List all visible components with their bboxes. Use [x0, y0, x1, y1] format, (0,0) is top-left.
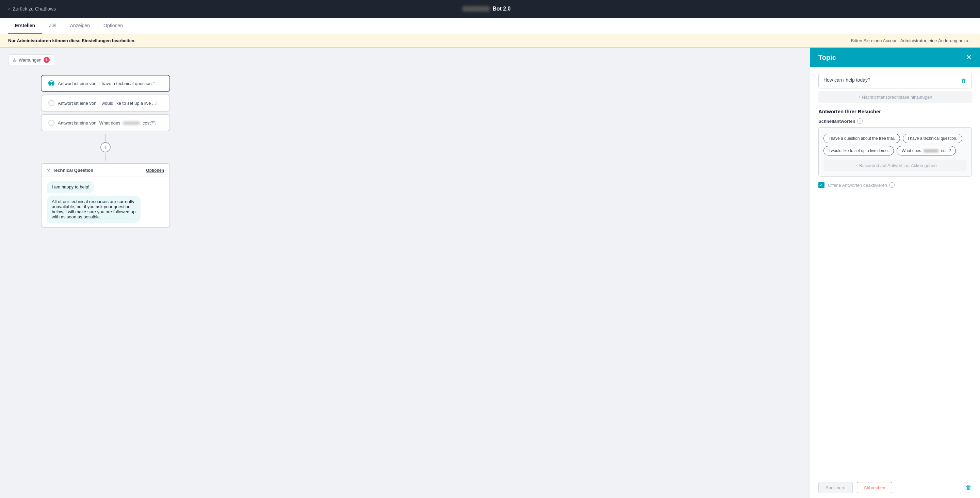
warning-bold-text: Nur Administratoren können diese Einstel… — [8, 38, 135, 43]
warnings-label: Warnungen — [19, 57, 41, 63]
warnings-count: 1 — [43, 57, 50, 63]
visitor-answers-section: Antworten Ihrer Besucher Schnellantworte… — [818, 108, 972, 188]
panel-close-button[interactable]: ✕ — [966, 53, 972, 62]
flow-container: Antwort ist eine von "I have a technical… — [41, 75, 170, 228]
question-icon: ? — [47, 167, 50, 173]
message-input-area[interactable]: How can i help today? 🗑 — [818, 73, 972, 88]
cancel-button[interactable]: Abbrechen — [857, 482, 892, 493]
bot-title: Bot 2.0 — [463, 6, 511, 12]
footer-delete-icon[interactable]: 🗑 — [966, 484, 972, 491]
footer-buttons: Speichern Abbrechen — [818, 482, 892, 493]
main-layout: ⚠ Warnungen 1 Antwort ist eine von "I ha… — [0, 48, 980, 498]
topic-node-title: Technical Question — [53, 168, 93, 173]
quick-reply-chip-3[interactable]: I would like to set up a live demo. — [824, 146, 894, 156]
quick-reply-chip-4[interactable]: What does cost? — [897, 146, 956, 156]
chip-1-text: I have a question about the free trial. — [829, 136, 895, 141]
radio-3 — [48, 120, 54, 126]
answer-node-1-text: Antwort ist eine von "I have a technical… — [58, 81, 156, 86]
answer-node-3[interactable]: Antwort ist eine von "What does cost?". — [41, 114, 170, 131]
connector-line-2 — [105, 154, 106, 161]
topic-node[interactable]: ? Technical Question Optionen I am happy… — [41, 163, 170, 228]
chat-bubble-2: All of our technical resources are curre… — [47, 196, 140, 223]
top-nav: ‹ Zurück zu Chatflows Bot 2.0 — [0, 0, 980, 18]
goto-action-button[interactable]: → Basierend auf Antwort zur Aktion gehen — [824, 159, 967, 172]
tab-anzeigen[interactable]: Anzeigen — [63, 18, 97, 34]
open-answers-label: Offene Antworten deaktivieren i — [828, 182, 894, 188]
open-answers-checkbox[interactable]: ✓ — [818, 182, 824, 188]
warnings-button[interactable]: ⚠ Warnungen 1 — [8, 54, 54, 65]
panel-footer: Speichern Abbrechen 🗑 — [810, 477, 980, 498]
answer-node-2[interactable]: Antwort ist eine von "I would like to se… — [41, 95, 170, 111]
quick-reply-chip-1[interactable]: I have a question about the free trial. — [824, 134, 900, 143]
chat-bubble-1: I am happy to help! — [47, 181, 94, 193]
schnellantworten-info-icon[interactable]: i — [857, 118, 862, 124]
save-button[interactable]: Speichern — [818, 482, 853, 493]
schnellantworten-label: Schnellantworten — [818, 119, 855, 124]
add-bubble-button[interactable]: + Nachrichtensprechblase hinzufügen — [818, 91, 972, 103]
panel-body: How can i help today? 🗑 + Nachrichtenspr… — [810, 67, 980, 477]
bot-name-blurred — [463, 6, 490, 11]
open-answers-row: ✓ Offene Antworten deaktivieren i — [818, 182, 972, 188]
chevron-left-icon: ‹ — [8, 6, 10, 12]
panel-header: Topic ✕ — [810, 48, 980, 67]
answer-node-3-text: Antwort ist eine von "What does cost?". — [58, 121, 156, 126]
visitor-answers-title: Antworten Ihrer Besucher — [818, 108, 972, 114]
warning-banner: Nur Administratoren können diese Einstel… — [0, 34, 980, 48]
back-label: Zurück zu Chatflows — [13, 6, 56, 11]
chip-4-text-after: cost? — [941, 148, 951, 153]
chip-2-text: I have a technical question. — [908, 136, 957, 141]
back-button[interactable]: ‹ Zurück zu Chatflows — [8, 6, 56, 12]
topic-node-title-area: ? Technical Question — [47, 167, 93, 173]
connector-line-1 — [105, 134, 106, 141]
tab-optionen[interactable]: Optionen — [97, 18, 130, 34]
chip-3-text: I would like to set up a live demo. — [829, 148, 889, 153]
tab-ziel[interactable]: Ziel — [42, 18, 63, 34]
add-node-button[interactable]: + — [100, 142, 111, 153]
quick-replies-box: I have a question about the free trial. … — [818, 127, 972, 177]
message-input-text: How can i help today? — [824, 77, 959, 83]
answer-node-2-text: Antwort ist eine von "I would like to se… — [58, 101, 159, 106]
blurred-word — [123, 121, 140, 125]
right-panel: Topic ✕ How can i help today? 🗑 + Nachri… — [810, 48, 980, 498]
answer-node-1[interactable]: Antwort ist eine von "I have a technical… — [41, 75, 170, 92]
topic-node-header: ? Technical Question Optionen — [41, 164, 169, 177]
quick-reply-chip-2[interactable]: I have a technical question. — [903, 134, 962, 143]
chat-messages: I am happy to help! All of our technical… — [41, 177, 169, 227]
radio-2 — [48, 100, 54, 106]
chip-4-blur — [924, 150, 939, 153]
optionen-link[interactable]: Optionen — [146, 168, 164, 173]
chip-4-text-before: What does — [902, 148, 921, 153]
tabs-bar: Erstellen Ziel Anzeigen Optionen — [0, 18, 980, 34]
canvas-area: ⚠ Warnungen 1 Antwort ist eine von "I ha… — [0, 48, 810, 498]
open-answers-info-icon[interactable]: i — [889, 182, 894, 188]
radio-1 — [48, 80, 54, 86]
message-delete-icon[interactable]: 🗑 — [961, 78, 967, 84]
panel-title: Topic — [818, 54, 836, 62]
tab-erstellen[interactable]: Erstellen — [8, 18, 42, 34]
bot-name-label: Bot 2.0 — [492, 6, 511, 12]
schnellantworten-subtitle: Schnellantworten i — [818, 118, 972, 124]
warning-sub-text: Bitten Sie einen Account-Administrator, … — [851, 38, 972, 43]
warning-triangle-icon: ⚠ — [13, 57, 17, 63]
